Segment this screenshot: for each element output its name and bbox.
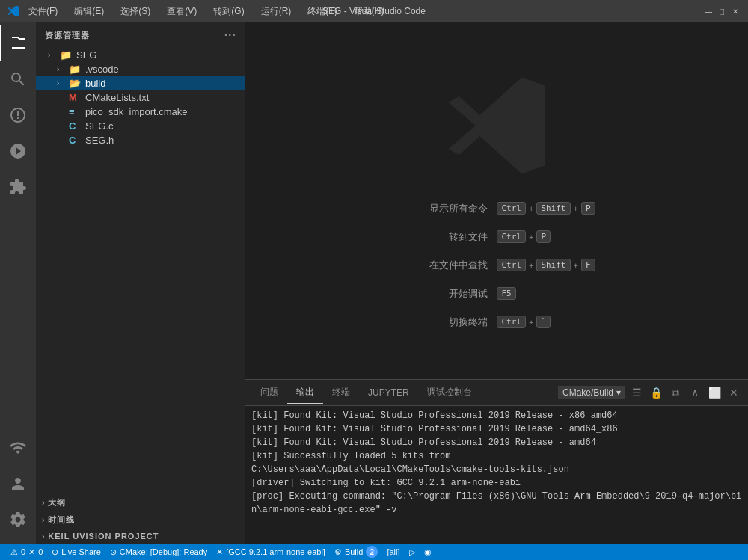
menu-file[interactable]: 文件(F) [25, 4, 61, 19]
status-errors[interactable]: ⚠ 0 ✕ 0 [6, 544, 47, 560]
git-icon [9, 106, 27, 124]
vscode-label: .vscode [85, 64, 119, 75]
warning-icon: ⚠ [10, 547, 18, 557]
status-play[interactable]: ▷ [405, 544, 420, 560]
title-bar-controls[interactable]: — ⎕ ✕ [703, 6, 741, 16]
menu-goto[interactable]: 转到(G) [210, 4, 247, 19]
account-icon [9, 475, 27, 493]
tree-item-seg-c[interactable]: C SEG.c [36, 119, 245, 133]
picosdk-label: pico_sdk_import.cmake [85, 106, 188, 117]
status-liveshare[interactable]: ⊙ Live Share [47, 544, 105, 560]
seg-h-icon: C [69, 135, 82, 146]
seg-arrow: › [48, 51, 60, 59]
kbd-ctrl-1: Ctrl [497, 202, 526, 215]
panel-tab-output[interactable]: 输出 [287, 381, 323, 404]
menu-select[interactable]: 选择(S) [117, 4, 153, 19]
tree-item-seg-h[interactable]: C SEG.h [36, 133, 245, 147]
activity-settings[interactable] [0, 502, 36, 538]
status-gcc[interactable]: ✕ [GCC 9.2.1 arm-none-eabi] [212, 544, 330, 560]
status-all[interactable]: [all] [382, 544, 404, 560]
panel-line-5: C:\Users\aaa\AppData\Local\CMakeTools\cm… [251, 463, 742, 476]
status-cmake[interactable]: ⊙ CMake: [Debug]: Ready [105, 544, 212, 560]
gcc-label: [GCC 9.2.1 arm-none-eabi] [226, 547, 325, 556]
panel-tab-terminal[interactable]: 终端 [323, 381, 359, 404]
all-label: [all] [387, 547, 399, 556]
cmake-selector-arrow: ▾ [616, 387, 621, 398]
panel-line-2: [kit] Found Kit: Visual Studio Professio… [251, 422, 742, 436]
activity-account[interactable] [0, 466, 36, 502]
tree-item-build[interactable]: › 📂 build [36, 76, 245, 90]
panel-copy-icon[interactable]: ⧉ [667, 384, 684, 401]
tree-item-seg[interactable]: › 📁 SEG [36, 48, 245, 62]
warning-count: 0 [21, 547, 25, 556]
editor-area: 显示所有命令 Ctrl + Shift + P 转到文件 Ctrl + [245, 22, 748, 544]
close-button[interactable]: ✕ [730, 6, 741, 16]
sidebar-section-outline[interactable]: › 大纲 [36, 494, 245, 511]
minimize-button[interactable]: — [703, 6, 714, 16]
outline-label: 大纲 [48, 497, 66, 508]
activity-git[interactable] [0, 97, 36, 133]
seg-c-label: SEG.c [85, 120, 114, 132]
menu-edit[interactable]: 编辑(E) [71, 4, 107, 19]
status-debug-run[interactable]: ◉ [420, 544, 436, 560]
cmake-build-selector[interactable]: CMake/Build ▾ [558, 386, 625, 399]
folder-icon: 📁 [60, 49, 73, 61]
panel-tab-debug-console[interactable]: 调试控制台 [418, 381, 481, 404]
kbd-p-2: P [536, 230, 551, 243]
keil-arrow: › [42, 532, 45, 541]
sidebar-section-keil[interactable]: › KEIL UVISION PROJECT [36, 529, 245, 544]
file-tree: › 📁 SEG › 📁 .vscode › 📂 build M [36, 48, 245, 494]
shortcut-row-5: 切换终端 Ctrl + ` [398, 316, 595, 329]
panel: 问题 输出 终端 JUPYTER 调试控制台 CMake/Build ▾ ☰ 🔒… [245, 379, 748, 544]
timeline-arrow: › [42, 516, 45, 524]
panel-line-1: [kit] Found Kit: Visual Studio Professio… [251, 409, 742, 422]
remote-icon [9, 439, 27, 457]
panel-list-icon[interactable]: ☰ [628, 384, 645, 401]
sidebar-more-button[interactable]: ··· [224, 28, 236, 42]
tree-item-picosdk[interactable]: ≡ pico_sdk_import.cmake [36, 105, 245, 119]
shortcut-keys-2: Ctrl + P [497, 230, 551, 243]
cmakelists-icon: M [69, 92, 82, 103]
menu-run[interactable]: 运行(R) [258, 4, 295, 19]
kbd-shift-1: Shift [536, 202, 570, 215]
activity-extensions[interactable] [0, 169, 36, 205]
build-gear-icon: ⚙ [334, 547, 342, 557]
panel-tab-jupyter[interactable]: JUPYTER [359, 383, 418, 403]
shortcuts-grid: 显示所有命令 Ctrl + Shift + P 转到文件 Ctrl + [398, 202, 595, 329]
liveshare-label: Live Share [61, 547, 101, 556]
build-badge: 2 [366, 546, 378, 558]
sidebar-section-timeline[interactable]: › 时间线 [36, 511, 245, 529]
menu-view[interactable]: 查看(V) [164, 4, 200, 19]
panel-tab-problems[interactable]: 问题 [251, 381, 287, 404]
kbd-p-1: P [581, 202, 595, 215]
panel-collapse-icon[interactable]: ∧ [687, 384, 703, 401]
kbd-f-3: F [581, 259, 595, 271]
extensions-icon [9, 178, 27, 196]
tree-item-cmakelists[interactable]: M CMakeLists.txt [36, 90, 245, 105]
panel-close-icon[interactable]: ✕ [726, 384, 742, 401]
panel-lock-icon[interactable]: 🔒 [648, 384, 664, 401]
activity-explorer[interactable] [0, 25, 36, 61]
build-label: build [85, 78, 105, 89]
panel-content[interactable]: [kit] Found Kit: Visual Studio Professio… [245, 406, 748, 544]
plus-5: + [529, 318, 533, 327]
plus-1b: + [574, 204, 578, 213]
activity-bar-bottom [0, 430, 36, 544]
tree-item-vscode[interactable]: › 📁 .vscode [36, 62, 245, 76]
build-arrow: › [57, 79, 69, 87]
seg-label: SEG [76, 49, 96, 61]
activity-remote[interactable] [0, 430, 36, 466]
activity-search[interactable] [0, 61, 36, 97]
panel-maximize-icon[interactable]: ⬜ [706, 384, 723, 401]
restore-button[interactable]: ⎕ [717, 6, 727, 16]
debug-run-icon: ◉ [424, 547, 432, 557]
activity-bar [0, 22, 36, 544]
activity-debug[interactable] [0, 133, 36, 169]
panel-tab-right: CMake/Build ▾ ☰ 🔒 ⧉ ∧ ⬜ ✕ [558, 384, 742, 401]
sidebar-title: 资源管理器 [45, 30, 90, 41]
status-build[interactable]: ⚙ Build 2 [330, 544, 382, 560]
liveshare-icon: ⊙ [52, 547, 58, 557]
shortcut-row-2: 转到文件 Ctrl + P [398, 230, 595, 244]
search-icon [9, 70, 27, 88]
settings-icon [9, 511, 27, 529]
